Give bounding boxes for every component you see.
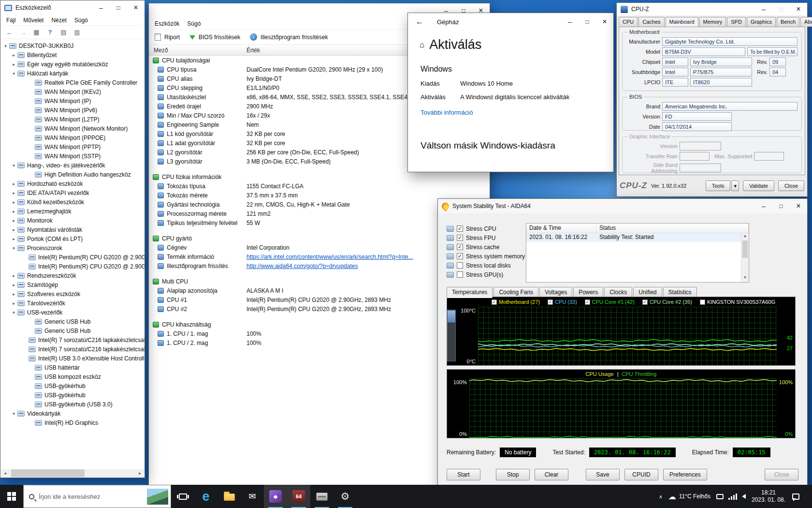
- tree-item[interactable]: ▾ Hálózati kártyák: [0, 69, 145, 78]
- back-icon[interactable]: [3, 27, 15, 38]
- settings-button[interactable]: [334, 485, 357, 508]
- expander-icon[interactable]: ▸: [11, 292, 17, 297]
- weather-widget[interactable]: 11°C Felhős: [668, 492, 710, 501]
- legend-checkbox[interactable]: [548, 299, 553, 305]
- stress-option[interactable]: Stress CPU: [447, 224, 525, 233]
- tab[interactable]: SPD: [727, 17, 746, 27]
- start-button[interactable]: [0, 485, 23, 508]
- tree-item[interactable]: USB-gyökérhub (USB 3.0): [0, 400, 145, 409]
- checkbox[interactable]: [457, 235, 463, 241]
- tree-item[interactable]: ▸ Lemezmeghajtók: [0, 207, 145, 216]
- minimize-icon[interactable]: [755, 3, 772, 15]
- column-field[interactable]: Mező: [149, 47, 246, 54]
- action-button[interactable]: Save: [586, 469, 620, 480]
- scroll-up-icon[interactable]: ▲: [741, 234, 749, 240]
- expander-icon[interactable]: ▸: [11, 53, 17, 58]
- expander-icon[interactable]: ▾: [2, 44, 9, 48]
- stress-option[interactable]: Stress local disks: [447, 261, 525, 270]
- minimize-icon[interactable]: [92, 0, 110, 15]
- installer-app-button[interactable]: [310, 485, 334, 508]
- volume-icon[interactable]: [742, 494, 746, 499]
- legend-checkbox[interactable]: [585, 299, 590, 305]
- validate-button[interactable]: Validate: [743, 180, 774, 191]
- purple-app-button[interactable]: [264, 485, 287, 508]
- tree-item[interactable]: Generic USB Hub: [0, 317, 145, 326]
- expander-icon[interactable]: ▸: [11, 200, 17, 205]
- legend-item[interactable]: CPU Core #1 (42): [585, 299, 635, 305]
- more-info-link[interactable]: További információ: [420, 109, 613, 116]
- menu-item[interactable]: Fájl: [2, 17, 19, 24]
- aida64-row[interactable]: Tokozás típusa 1155 Contact FC-LGA: [149, 181, 490, 191]
- action-center-icon[interactable]: [792, 493, 799, 500]
- tree-item[interactable]: Intel(R) 7 sorozatú/C216 lapkakészletcsa…: [0, 335, 145, 344]
- tree-item[interactable]: WAN Miniport (Network Monitor): [0, 124, 145, 133]
- hidden-icons-button[interactable]: [659, 493, 662, 500]
- file-explorer-button[interactable]: [218, 485, 241, 508]
- checkbox[interactable]: [457, 225, 463, 232]
- legend-item[interactable]: Motherboard (27): [492, 299, 540, 305]
- tree-item[interactable]: High Definition Audio hangeszköz: [0, 170, 145, 179]
- tree-item[interactable]: WAN Miniport (IP): [0, 96, 145, 105]
- search-input[interactable]: Írjon ide a kereséshez: [23, 485, 171, 508]
- tree-item[interactable]: Intel(R) Pentium(R) CPU G2020 @ 2.90GH..…: [0, 262, 145, 271]
- menu-item[interactable]: Művelet: [19, 17, 47, 24]
- stress-option[interactable]: Stress system memory: [447, 252, 525, 261]
- driver-updates-button[interactable]: Illesztőprogram frissítések: [250, 33, 328, 41]
- menu-item[interactable]: Eszközök: [151, 20, 183, 27]
- column-status[interactable]: Status: [596, 224, 749, 233]
- scan-hardware-icon[interactable]: [71, 27, 83, 38]
- expander-icon[interactable]: ▸: [11, 181, 17, 186]
- tab[interactable]: CPU: [619, 17, 638, 27]
- stress-option[interactable]: Stress cache: [447, 242, 525, 252]
- stress-option[interactable]: Stress GPU(s): [447, 270, 525, 279]
- table-row[interactable]: 2023. 01. 08. 16:16:22 Stability Test: S…: [526, 233, 749, 242]
- close-icon[interactable]: [596, 15, 613, 29]
- search-highlight-image[interactable]: [147, 489, 168, 505]
- expander-icon[interactable]: ▾: [11, 246, 17, 251]
- tree-item[interactable]: Generic USB Hub: [0, 326, 145, 335]
- tree-item[interactable]: Intel(R) Pentium(R) CPU G2020 @ 2.90GH..…: [0, 253, 145, 262]
- expander-icon[interactable]: ▸: [11, 218, 17, 223]
- tree-item[interactable]: Realtek PCIe GbE Family Controller: [0, 78, 145, 87]
- tree-item[interactable]: ▾ DESKTOP-3UKKB0J: [0, 41, 145, 50]
- legend-item[interactable]: CPU Core #2 (35): [642, 299, 692, 305]
- stress-option[interactable]: Stress FPU: [447, 233, 525, 242]
- slider-thumb[interactable]: [447, 310, 456, 323]
- tree-item[interactable]: WAN Miniport (L2TP): [0, 115, 145, 124]
- display-tray-icon[interactable]: [716, 494, 724, 499]
- forward-icon[interactable]: [17, 27, 29, 38]
- column-date-time[interactable]: Date & Time: [526, 224, 596, 233]
- tree-item[interactable]: ▾ USB-vezérlők: [0, 308, 145, 317]
- help-icon[interactable]: [44, 27, 56, 38]
- checkbox[interactable]: [457, 244, 463, 250]
- tree-item[interactable]: ▸ Külső kezelőeszközök: [0, 197, 145, 207]
- minimize-icon[interactable]: [561, 15, 579, 29]
- maximize-icon[interactable]: [772, 199, 790, 213]
- tab[interactable]: Graphics: [747, 17, 776, 27]
- report-button[interactable]: Riport: [155, 33, 180, 41]
- tree-item[interactable]: Intel(R) 7 sorozatú/C216 lapkakészletcsa…: [0, 344, 145, 354]
- scroll-down-icon[interactable]: ▼: [741, 275, 749, 282]
- column-value[interactable]: Érték: [246, 47, 260, 54]
- expander-icon[interactable]: ▾: [11, 310, 17, 315]
- legend-checkbox[interactable]: [642, 299, 648, 305]
- console-icon[interactable]: [30, 27, 43, 38]
- tree-item[interactable]: ▾ Processzorok: [0, 243, 145, 253]
- mail-button[interactable]: [241, 485, 264, 508]
- horizontal-scrollbar[interactable]: ◂ ▸: [1, 469, 144, 477]
- close-icon[interactable]: [790, 199, 807, 213]
- clock[interactable]: 18:21 2023. 01. 08.: [752, 489, 785, 504]
- tree-item[interactable]: ▸ Nyomtatási várólisták: [0, 225, 145, 234]
- checkbox[interactable]: [457, 262, 463, 269]
- checkbox[interactable]: [457, 271, 463, 278]
- expander-icon[interactable]: ▸: [11, 62, 17, 67]
- tab[interactable]: Memory: [699, 17, 726, 27]
- tree-item[interactable]: USB-gyökérhub: [0, 390, 145, 400]
- menu-item[interactable]: Nézet: [47, 17, 70, 24]
- tree-item[interactable]: ▸ Billentyűzet: [0, 50, 145, 60]
- expander-icon[interactable]: ▸: [11, 301, 17, 306]
- tree-item[interactable]: WAN Miniport (PPPOE): [0, 133, 145, 142]
- aida64-button[interactable]: [287, 485, 310, 508]
- tab[interactable]: Bench: [777, 17, 799, 27]
- tab[interactable]: Mainboard: [666, 17, 698, 27]
